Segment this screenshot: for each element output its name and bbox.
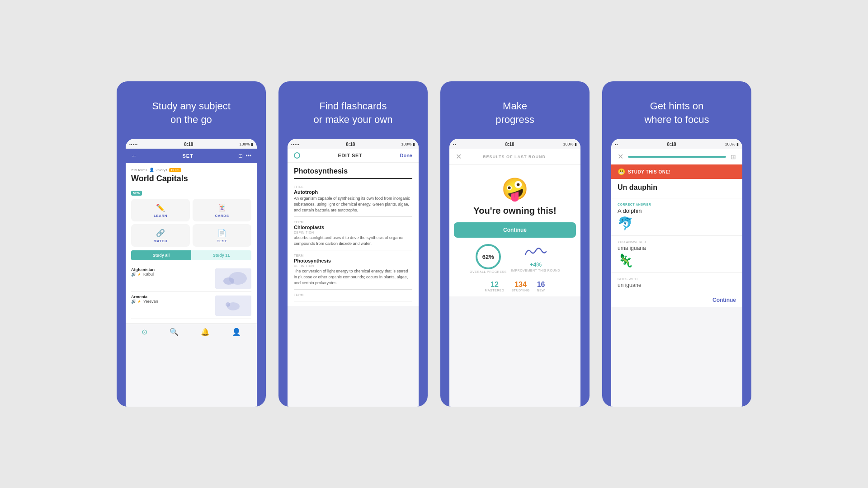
goes-with-label: GOES WITH [618,277,736,281]
match-button[interactable]: 🔗 MATCH [131,224,190,247]
svg-point-5 [226,302,230,307]
feature-card-flashcards: Find flashcards or make your own ••••• 8… [278,81,428,407]
owning-text: You're owning this! [473,206,556,216]
feature-title-study: Study any subject on the go [152,99,231,126]
fc-term-2: Chloroplasts [294,225,412,230]
cards-icon: 🃏 [217,203,226,212]
new-label: NEW [537,289,545,292]
mastered-label: MASTERED [485,289,505,292]
map-afghanistan [215,268,251,289]
match-icon: 🔗 [156,229,165,237]
fc-item-blank: TERM [294,290,412,301]
fc-term-label-3: TERM [294,254,412,257]
more-icon[interactable]: ••• [245,153,251,159]
wc-new-badge-row: NEW [131,188,251,196]
sound-icon-2[interactable]: 🔊 [131,299,136,304]
battery-2: 100% ▮ [401,142,415,146]
fc-circle [294,152,300,159]
close-icon-4[interactable]: ✕ [618,152,623,161]
profile-icon[interactable]: 👤 [232,328,241,336]
cards-button[interactable]: 🃏 CARDS [193,199,251,221]
grid-icon[interactable]: ⊞ [731,153,736,160]
close-icon-3[interactable]: ✕ [456,152,462,161]
studying-count: 134 STUDYING [511,281,529,292]
results-title: RESULTS OF LAST ROUND [483,155,546,159]
study-this-text: STUDY THIS ONE! [628,169,671,174]
map-armenia [215,296,251,316]
correct-answer-label: CORRECT ANSWER [618,203,736,206]
continue-link[interactable]: Continue [611,293,742,307]
ht-header: ✕ ⊞ [611,149,742,164]
continue-button[interactable]: Continue [454,222,576,238]
studying-label: STUDYING [511,289,529,292]
you-answered-section: YOU ANSWERED uma iguana 🦎 [611,236,742,273]
svg-point-2 [223,277,234,285]
wc-meta: 219 terms 👤 valory1 PLUS [131,168,251,172]
plus-badge: PLUS [169,168,181,172]
improvement-pct: +4% [530,261,542,268]
fc-body: Photosynthesis TITLE Autotroph An organi… [288,163,419,306]
iguana-image: 🦎 [618,253,736,268]
yerevan-text: Yerevan [143,299,158,304]
term-row-armenia: Armenia 🔊 ★ Yerevan [131,292,251,319]
notification-icon[interactable]: 🔔 [201,328,210,336]
fc-header: EDIT SET Done [288,149,419,163]
study-11-button[interactable]: Study 11 [191,250,251,260]
signal-dots-1: ••••• [129,142,138,146]
fc-header-title: EDIT SET [338,153,362,158]
statusbar-3: •• 8:18 100% ▮ [449,139,580,149]
fc-def-label-2: DEFINITION [294,231,412,234]
statusbar-4: •• 8:18 100% ▮ [611,139,742,149]
time-2: 8:18 [346,142,355,147]
pr-body: 🤪 You're owning this! Continue 62% OVERA… [449,165,580,296]
fc-def-2: absorbs sunlight and uses it to drive th… [294,235,412,246]
correct-answer-text: A dolphin [618,207,736,214]
fc-term-3: Photosynthesis [294,258,412,263]
search-icon[interactable]: 🔍 [170,328,179,336]
statusbar-1: ••••• 8:18 100% ▮ [126,139,257,149]
feature-title-flashcards: Find flashcards or make your own [314,99,393,126]
wc-body: 219 terms 👤 valory1 PLUS World Capitals … [126,163,257,324]
fc-item-photosynthesis: TERM Photosynthesis DEFINITION The conve… [294,250,412,290]
time-3: 8:18 [505,142,514,147]
study-all-button[interactable]: Study all [131,250,191,260]
learn-button[interactable]: ✏️ LEARN [131,199,190,221]
main-term: Un dauphin [618,183,736,192]
fc-term-label-2: TERM [294,221,412,224]
test-icon: 📄 [217,229,226,237]
learn-label: LEARN [154,214,167,218]
fc-def-3: The conversion of light energy to chemic… [294,268,412,286]
new-badge: NEW [131,191,142,196]
home-icon[interactable]: ⊙ [142,328,147,336]
you-answered-label: YOU ANSWERED [618,240,736,244]
time-1: 8:18 [184,142,193,147]
star-icon[interactable]: ★ [137,272,141,277]
phone-mockup-1: ••••• 8:18 100% ▮ ← SET ⊡ ••• 219 terms … [126,139,257,407]
wc-header: ← SET ⊡ ••• [126,149,257,163]
done-button[interactable]: Done [400,153,412,158]
term-row-afghanistan: Afghanistan 🔊 ★ Kabul [131,265,251,292]
star-icon-2[interactable]: ★ [137,299,141,304]
mastered-count: 12 MASTERED [485,281,505,292]
back-arrow-icon[interactable]: ← [131,152,137,160]
overall-label: OVERALL PROGRESS [470,270,507,273]
kabul-text: Kabul [143,272,154,277]
feature-card-progress: Make progress •• 8:18 100% ▮ ✕ RESULTS O… [440,81,590,407]
fc-term-label-1: TITLE [294,185,412,188]
test-button[interactable]: 📄 TEST [193,224,251,247]
battery-3: 100% ▮ [563,142,577,146]
signal-dots-4: •• [615,142,618,146]
phone-mockup-2: ••••• 8:18 100% ▮ EDIT SET Done Photosyn… [288,139,419,407]
feature-title-progress: Make progress [495,99,534,126]
bookmark-icon[interactable]: ⊡ [238,153,243,159]
study-row: Study all Study 11 [131,250,251,260]
improvement-label: IMPROVEMENT THIS ROUND [511,269,560,272]
phone-mockup-4: •• 8:18 100% ▮ ✕ ⊞ 😬 STUDY THIS ONE! Un … [611,139,742,407]
studying-num: 134 [514,281,527,289]
user-avatar: 👤 [149,168,154,172]
phone-mockup-3: •• 8:18 100% ▮ ✕ RESULTS OF LAST ROUND 🤪… [449,139,580,407]
match-label: MATCH [154,239,168,243]
ht-progress-bar [628,156,726,158]
sound-icon[interactable]: 🔊 [131,272,136,277]
owning-emoji: 🤪 [501,177,528,202]
